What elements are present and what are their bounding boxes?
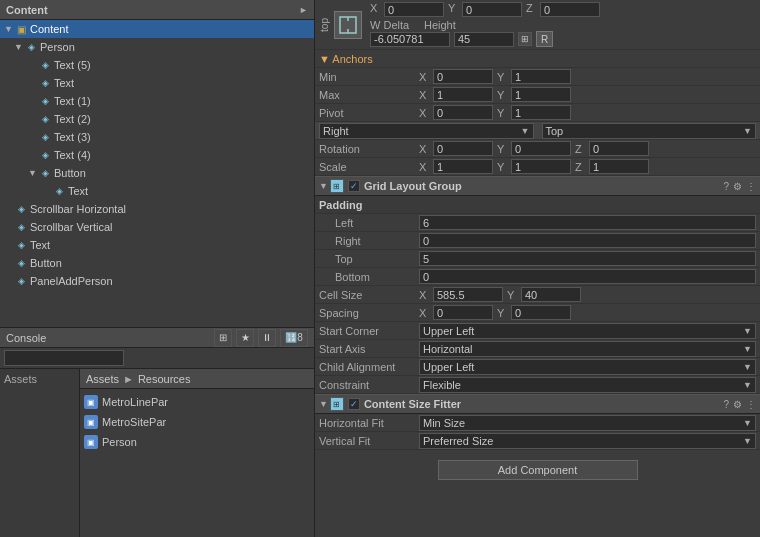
anchor-min-x-input[interactable] bbox=[433, 69, 493, 84]
padding-top-input[interactable] bbox=[419, 251, 756, 266]
top-label: Top bbox=[546, 125, 564, 137]
grid-layout-settings[interactable]: ⚙ bbox=[733, 181, 742, 192]
tree-item-person[interactable]: ▼ ◈ Person bbox=[0, 38, 314, 56]
r-rect-btn[interactable]: ⊞ bbox=[518, 32, 532, 46]
go-icon-9: ◈ bbox=[52, 184, 66, 198]
console-icon-star[interactable]: ★ bbox=[236, 329, 254, 347]
padding-right-input[interactable] bbox=[419, 233, 756, 248]
rotation-label: Rotation bbox=[319, 143, 419, 155]
child-alignment-dropdown[interactable]: Upper Left ▼ bbox=[419, 359, 756, 375]
height-input[interactable] bbox=[454, 32, 514, 47]
spacing-label: Spacing bbox=[319, 307, 419, 319]
cell-size-y-input[interactable] bbox=[521, 287, 581, 302]
pivot-row: Pivot X Y bbox=[315, 104, 760, 122]
start-corner-dropdown[interactable]: Upper Left ▼ bbox=[419, 323, 756, 339]
anchor-max-x-input[interactable] bbox=[433, 87, 493, 102]
content-size-menu[interactable]: ⋮ bbox=[746, 399, 756, 410]
console-icon-pause[interactable]: ⏸ bbox=[258, 329, 276, 347]
anchors-min-row: Min X Y bbox=[315, 68, 760, 86]
start-axis-dropdown[interactable]: Horizontal ▼ bbox=[419, 341, 756, 357]
content-size-help[interactable]: ? bbox=[723, 399, 729, 410]
asset-item-2[interactable]: ▣ Person bbox=[84, 433, 310, 451]
start-corner-row: Start Corner Upper Left ▼ bbox=[315, 322, 760, 340]
scale-x-input[interactable] bbox=[433, 159, 493, 174]
top-dropdown[interactable]: Top ▼ bbox=[542, 123, 757, 139]
pos-z-input[interactable]: 0 bbox=[540, 2, 600, 17]
tree-item-text1[interactable]: ◈ Text (1) bbox=[0, 92, 314, 110]
wdelta-input[interactable] bbox=[370, 32, 450, 47]
rot-z-input[interactable] bbox=[589, 141, 649, 156]
tree-item-scrollbar-h[interactable]: ◈ Scrollbar Horizontal bbox=[0, 200, 314, 218]
spacing-x-input[interactable] bbox=[433, 305, 493, 320]
vertical-fit-value: Preferred Size bbox=[423, 435, 493, 447]
right-dropdown[interactable]: Right ▼ bbox=[319, 123, 534, 139]
tree-item-text-btn[interactable]: ◈ Text bbox=[0, 182, 314, 200]
tree-item-content[interactable]: ▼ ▣ Content bbox=[0, 20, 314, 38]
r-button[interactable]: R bbox=[536, 31, 553, 47]
grid-layout-check[interactable]: ✓ bbox=[348, 180, 360, 192]
content-size-settings[interactable]: ⚙ bbox=[733, 399, 742, 410]
content-size-header[interactable]: ▼ ⊞ ✓ Content Size Fitter ? ⚙ ⋮ bbox=[315, 394, 760, 414]
padding-bottom-label: Bottom bbox=[319, 271, 419, 283]
start-axis-label: Start Axis bbox=[319, 343, 419, 355]
constraint-dropdown[interactable]: Flexible ▼ bbox=[419, 377, 756, 393]
tree-item-text-root[interactable]: ◈ Text bbox=[0, 236, 314, 254]
add-component-button[interactable]: Add Component bbox=[438, 460, 638, 480]
anchor-min-y-input[interactable] bbox=[511, 69, 571, 84]
rot-x-input[interactable] bbox=[433, 141, 493, 156]
horizontal-fit-row: Horizontal Fit Min Size ▼ bbox=[315, 414, 760, 432]
pos-fields: X 0 Y 0 Z 0 W Delta Height ⊞ R bbox=[370, 2, 756, 47]
grid-layout-help[interactable]: ? bbox=[723, 181, 729, 192]
go-icon-4: ◈ bbox=[38, 94, 52, 108]
anchor-max-y-input[interactable] bbox=[511, 87, 571, 102]
pos-x-input[interactable]: 0 bbox=[384, 2, 444, 17]
spacing-y-input[interactable] bbox=[511, 305, 571, 320]
start-corner-value: Upper Left bbox=[423, 325, 474, 337]
assets-sidebar-label: Assets bbox=[4, 373, 37, 385]
tree-item-button-root[interactable]: ◈ Button bbox=[0, 254, 314, 272]
asset-item-0[interactable]: ▣ MetroLinePar bbox=[84, 393, 310, 411]
go-icon-13: ◈ bbox=[14, 256, 28, 270]
scale-y-input[interactable] bbox=[511, 159, 571, 174]
tree-item-button[interactable]: ▼ ◈ Button bbox=[0, 164, 314, 182]
vertical-fit-label: Vertical Fit bbox=[319, 435, 419, 447]
main-area: Content ► ▼ ▣ Content ▼ ◈ Person ◈ Text … bbox=[0, 0, 760, 537]
pivot-y-input[interactable] bbox=[511, 105, 571, 120]
asset-item-1[interactable]: ▣ MetroSitePar bbox=[84, 413, 310, 431]
horizontal-fit-dropdown[interactable]: Min Size ▼ bbox=[419, 415, 756, 431]
cell-size-x-input[interactable] bbox=[433, 287, 503, 302]
tree-item-text3[interactable]: ◈ Text (3) bbox=[0, 128, 314, 146]
pos-y-input[interactable]: 0 bbox=[462, 2, 522, 17]
console-icon-count[interactable]: 🔢8 bbox=[280, 329, 308, 347]
assets-area: Assets ► Resources ▣ MetroLinePar ▣ Metr… bbox=[80, 369, 314, 537]
rot-y-input[interactable] bbox=[511, 141, 571, 156]
rect-icon[interactable] bbox=[334, 11, 362, 39]
console-search-input[interactable] bbox=[4, 350, 124, 366]
pos-y-label: Y bbox=[448, 2, 458, 17]
grid-layout-actions: ? ⚙ ⋮ bbox=[723, 181, 756, 192]
tree-item-text5[interactable]: ◈ Text (5) bbox=[0, 56, 314, 74]
grid-layout-header[interactable]: ▼ ⊞ ✓ Grid Layout Group ? ⚙ ⋮ bbox=[315, 176, 760, 196]
tree-item-paneladd[interactable]: ◈ PanelAddPerson bbox=[0, 272, 314, 290]
tree-label-9: Text bbox=[68, 185, 88, 197]
console-header: Console ⊞ ★ ⏸ 🔢8 bbox=[0, 328, 314, 348]
tree-item-text-a[interactable]: ◈ Text bbox=[0, 74, 314, 92]
tree-item-scrollbar-v[interactable]: ◈ Scrollbar Vertical bbox=[0, 218, 314, 236]
start-corner-label: Start Corner bbox=[319, 325, 419, 337]
assets-resource-label: Resources bbox=[138, 373, 191, 385]
scale-z-input[interactable] bbox=[589, 159, 649, 174]
padding-bottom-input[interactable] bbox=[419, 269, 756, 284]
grid-layout-menu[interactable]: ⋮ bbox=[746, 181, 756, 192]
padding-left-input[interactable] bbox=[419, 215, 756, 230]
pivot-x-input[interactable] bbox=[433, 105, 493, 120]
tree-item-text4[interactable]: ◈ Text (4) bbox=[0, 146, 314, 164]
console-icon-filter[interactable]: ⊞ bbox=[214, 329, 232, 347]
rotation-row: Rotation X Y Z bbox=[315, 140, 760, 158]
anchors-max-value: X Y bbox=[419, 87, 756, 102]
child-alignment-arrow: ▼ bbox=[743, 362, 752, 372]
vertical-fit-dropdown[interactable]: Preferred Size ▼ bbox=[419, 433, 756, 449]
tree-label-3: Text bbox=[54, 77, 74, 89]
content-size-check[interactable]: ✓ bbox=[348, 398, 360, 410]
padding-right-label: Right bbox=[319, 235, 419, 247]
tree-item-text2[interactable]: ◈ Text (2) bbox=[0, 110, 314, 128]
